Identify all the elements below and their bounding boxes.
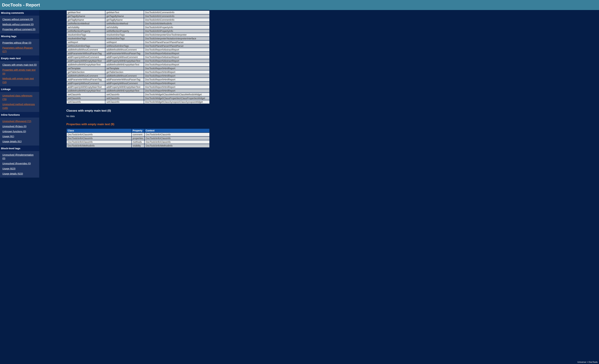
table-cell: addPropertyWithEmptyMainText bbox=[105, 59, 144, 63]
table-cell: setReport bbox=[67, 41, 105, 44]
table-row: setTemplatesetTemplateDocTools\Report\Ht… bbox=[67, 67, 209, 70]
sidebar-link[interactable]: Usage (623) bbox=[0, 166, 39, 171]
sidebar-section-title: Empty main text bbox=[0, 55, 39, 61]
table-cell: addPropertyWithEmptyMainText bbox=[105, 85, 144, 89]
sidebar-section-title: Missing comments bbox=[0, 10, 39, 16]
table-cell: setClassInfo bbox=[67, 100, 105, 104]
table-cell: addPropertyWithEmptyMainText bbox=[67, 85, 105, 89]
table-cell: addMethodWithoutComment bbox=[105, 48, 144, 52]
table-cell: DocTools\Widget\ClassMethods\ClassMethod… bbox=[144, 93, 209, 96]
table-cell: DocTools\Info\PropertyInfo bbox=[144, 26, 209, 29]
table-cell: addMethodWithoutComment bbox=[67, 48, 105, 52]
table-cell: visibility bbox=[132, 144, 144, 147]
table-cell: addMethodWithEmptyMainText bbox=[67, 89, 105, 92]
table-cell: DocTools\Report\HtmlReport bbox=[144, 67, 209, 70]
table-cell: DocTools\Info\MethodInfo bbox=[67, 144, 131, 147]
sidebar-link[interactable]: Unresolved @class (0) bbox=[0, 124, 39, 129]
sidebar-section-links: Classes with empty main text (0)Properti… bbox=[0, 61, 39, 86]
sidebar-link[interactable]: Usage (81) bbox=[0, 134, 39, 139]
table-row: getTagByNamegetTagByNameDocTools\Info\Co… bbox=[67, 18, 209, 22]
sidebar-link[interactable]: Methods without comment (0) bbox=[0, 22, 39, 27]
sidebar-link[interactable]: Unresolved class references (76) bbox=[0, 93, 39, 102]
table-row: getTableSectiongetTableSectionDocTools\R… bbox=[67, 70, 209, 74]
table-cell: DocTools\Info\CommentInfo bbox=[144, 11, 209, 14]
table-cell: DocTools\Info\ClassInfo bbox=[145, 137, 209, 140]
table-row: setClassInfosetClassInfoDocTools\Widget\… bbox=[67, 100, 209, 104]
sidebar-section-title: Block-level tags bbox=[0, 146, 39, 151]
table-cell: addMethodWithEmptyMainText bbox=[105, 63, 144, 66]
col-header-context: Context bbox=[145, 129, 209, 132]
table-cell: setResolveInlineTags bbox=[67, 44, 105, 48]
sidebar-link[interactable]: Properties with empty main text (9) bbox=[0, 68, 39, 76]
table-cell: addMethodWithEmptyMainText bbox=[67, 63, 105, 66]
main-content: getMainTextgetMainTextDocTools\Info\Comm… bbox=[39, 10, 599, 364]
table-row: DocTools\Info\ClassInfomethodsDocTools\I… bbox=[67, 140, 209, 144]
table-cell: setClassInfo bbox=[67, 93, 105, 96]
table-cell: DocTools\Report\AbstractReport bbox=[144, 59, 209, 63]
table-cell: DocTools\Info\ClassInfo bbox=[67, 140, 131, 144]
sidebar-link[interactable]: Classes without comment (0) bbox=[0, 17, 39, 22]
sidebar-link[interactable]: Properties without comment (0) bbox=[0, 27, 39, 32]
sidebar-link[interactable]: Unresolved @overrides (0) bbox=[0, 161, 39, 166]
header-bar: DocTools - Report bbox=[0, 0, 599, 10]
sidebar-link[interactable]: Usage details (81) bbox=[0, 139, 39, 144]
sidebar-link[interactable]: Unresolved @implementation (0) bbox=[0, 153, 39, 161]
table-row: DocTools\Info\ClassInfopropertiesDocTool… bbox=[67, 137, 209, 140]
sidebar-link[interactable]: Methods with empty main text (10) bbox=[0, 76, 39, 85]
table-row: addParameterWithoutParamTagaddParameterW… bbox=[67, 52, 209, 55]
table-row: getMainTextgetMainTextDocTools\Info\Comm… bbox=[67, 11, 209, 14]
table-cell: setTemplate bbox=[67, 67, 105, 70]
table-cell: DocTools\Info\ClassInfo bbox=[145, 140, 209, 144]
table-cell: DocTools\Info\MethodInfo bbox=[144, 22, 209, 25]
table-row: addMethodWithEmptyMainTextaddMethodWithE… bbox=[67, 63, 209, 66]
table-cell: getMainText bbox=[67, 11, 105, 14]
table-cell: DocTools\Info\CommentInfo bbox=[144, 18, 209, 22]
table-cell: setTemplate bbox=[105, 67, 144, 70]
table-cell: setClassInfo bbox=[105, 96, 144, 100]
section-heading-properties-empty: Properties with empty main text (9) bbox=[66, 123, 210, 126]
table-cell: comment bbox=[132, 133, 144, 136]
table-cell: DocTools\Report\HtmlReport bbox=[144, 82, 209, 85]
table-cell: DocTools\Report\AbstractReport bbox=[144, 48, 209, 52]
table-cell: getMainText bbox=[105, 11, 144, 14]
sidebar-section-links: Unresolved @implementation (0)Unresolved… bbox=[0, 151, 39, 178]
table-cell: DocTools\Widget\ClassSynopsis\ClassSynop… bbox=[144, 100, 209, 104]
table-cell: DocTools\PlanetParser\PlanetParser bbox=[144, 41, 209, 44]
table-cell: getTableSection bbox=[67, 70, 105, 74]
table-cell: addPropertyWithoutComment bbox=[67, 55, 105, 59]
table-cell: addParameterWithoutParamTag bbox=[67, 52, 105, 55]
sidebar-link[interactable]: Parameters without @param (27) bbox=[0, 45, 39, 54]
table-row: addMethodWithoutCommentaddMethodWithoutC… bbox=[67, 48, 209, 52]
table-cell: addPropertyWithoutComment bbox=[105, 55, 144, 59]
sidebar-link[interactable]: Unresolved @keyword (72) bbox=[0, 119, 39, 124]
table-cell: setReport bbox=[105, 41, 144, 44]
no-data-text: No data bbox=[66, 115, 210, 118]
table-row: setClassInfosetClassInfoDocTools\Widget\… bbox=[67, 96, 209, 100]
table-row: addMethodWithEmptyMainTextaddMethodWithE… bbox=[67, 89, 209, 92]
col-header-property: Property bbox=[132, 129, 144, 132]
table-cell: DocTools\Report\AbstractReport bbox=[144, 63, 209, 66]
sidebar-link[interactable]: Classes with empty main text (0) bbox=[0, 62, 39, 68]
sidebar-link[interactable]: Properties without @var (0) bbox=[0, 40, 39, 45]
table-row: addPropertyWithoutCommentaddPropertyWith… bbox=[67, 82, 209, 85]
table-cell: addPropertyWithEmptyMainText bbox=[67, 59, 105, 63]
table-cell: DocTools\Info\PropertyInfo bbox=[144, 29, 209, 33]
table-cell: getTagByName bbox=[67, 18, 105, 22]
table-cell: setVisibility bbox=[105, 26, 144, 29]
table-row: addPropertyWithEmptyMainTextaddPropertyW… bbox=[67, 59, 209, 63]
table-row: resolveInlineTagsresolveInlineTagsDocToo… bbox=[67, 37, 209, 40]
table-cell: setClassInfo bbox=[105, 100, 144, 104]
sidebar-link[interactable]: Unknown functions (0) bbox=[0, 129, 39, 134]
table-cell: DocTools\PlanetParser\PlanetParser bbox=[144, 44, 209, 48]
table-cell: DocTools\Report\AbstractReport bbox=[144, 52, 209, 55]
page-title: DocTools - Report bbox=[2, 2, 597, 8]
sidebar-link[interactable]: Usage details (623) bbox=[0, 171, 39, 176]
table-cell: setReflectionProperty bbox=[67, 29, 105, 33]
sidebar-link[interactable]: Unresolved method references (105) bbox=[0, 102, 39, 111]
table-row: addPropertyWithoutCommentaddPropertyWith… bbox=[67, 55, 209, 59]
top-data-table: getMainTextgetMainTextDocTools\Info\Comm… bbox=[66, 10, 210, 104]
table-cell: setReflectionMethod bbox=[67, 22, 105, 25]
table-row: getTagsByNamegetTagsByNameDocTools\Info\… bbox=[67, 14, 209, 18]
table-cell: resolveInlineTags bbox=[67, 33, 105, 36]
table-row: setResolveInlineTagssetResolveInlineTags… bbox=[67, 44, 209, 48]
